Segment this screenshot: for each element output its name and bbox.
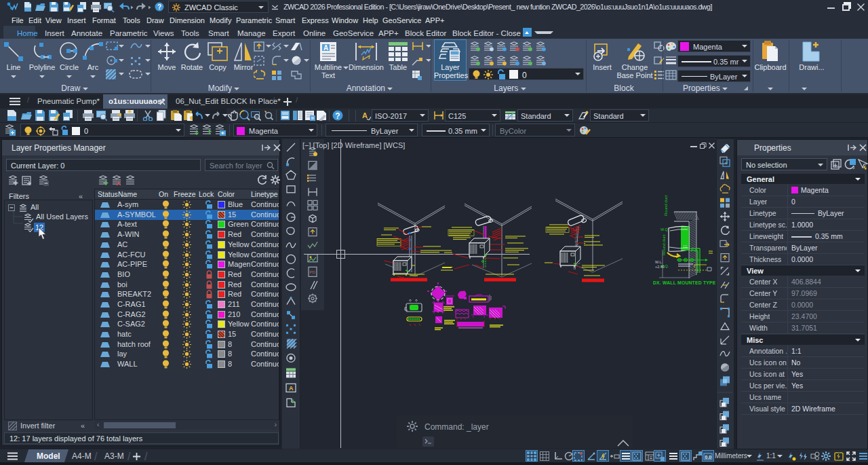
svg-text:DX. WALL MOUNTED TYPE: DX. WALL MOUNTED TYPE (653, 280, 716, 285)
svg-text:A: A (289, 385, 294, 392)
svg-text:W.Q.: W.Q. (660, 227, 669, 231)
svg-text:W.L.: W.L. (655, 260, 663, 264)
svg-text:3: 3 (852, 166, 855, 170)
svg-text:A: A (323, 44, 328, 52)
svg-text:?: ? (157, 3, 161, 11)
svg-text:+2.40: +2.40 (655, 265, 665, 269)
svg-text:?: ? (335, 111, 340, 121)
svg-text:0.0: 0.0 (705, 455, 712, 460)
svg-text:A: A (362, 111, 368, 119)
svg-text:Round duct: Round duct (664, 195, 668, 216)
svg-text:PD: PD (310, 270, 316, 274)
